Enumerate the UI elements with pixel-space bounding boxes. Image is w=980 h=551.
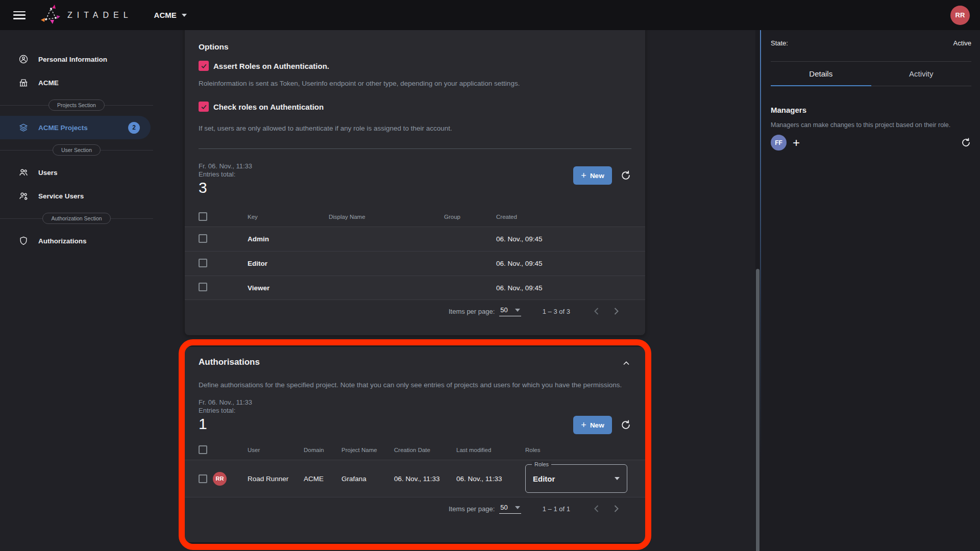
- page-range: 1 – 1 of 1: [543, 505, 570, 513]
- add-manager-button[interactable]: +: [793, 137, 800, 149]
- auth-entries-total: 1: [199, 415, 631, 433]
- org-name: ACME: [154, 11, 177, 19]
- next-page-icon[interactable]: [610, 305, 622, 317]
- auth-table-header: User Domain Project Name Creation Date L…: [185, 440, 645, 460]
- role-row-viewer[interactable]: Viewer 06. Nov., 09:45: [185, 276, 645, 300]
- check-roles-checkbox[interactable]: [199, 102, 209, 112]
- col-group: Group: [444, 214, 496, 220]
- col-key: Key: [248, 214, 329, 220]
- brand[interactable]: ZITADEL: [40, 4, 133, 26]
- zitadel-console: ZITADEL ACME RR Personal Information ACM…: [0, 0, 980, 551]
- check-roles-label: Check roles on Authentication: [213, 103, 324, 111]
- section-divider-user: User Section: [0, 144, 153, 156]
- col-roles: Roles: [525, 447, 631, 453]
- users-icon: [18, 167, 29, 178]
- user-row-avatar: RR: [213, 472, 227, 486]
- col-creation-date: Creation Date: [394, 447, 456, 453]
- org-switcher[interactable]: ACME: [154, 11, 187, 19]
- collapse-section-button[interactable]: [621, 358, 631, 368]
- tab-activity[interactable]: Activity: [871, 62, 972, 86]
- role-row-editor[interactable]: Editor 06. Nov., 09:45: [185, 251, 645, 276]
- state-value: Active: [953, 39, 971, 47]
- select-all-checkbox[interactable]: [199, 212, 207, 221]
- roles-select[interactable]: Roles Editor: [525, 464, 627, 493]
- roles-entries-total: 3: [199, 179, 631, 197]
- sidebar-item-organization[interactable]: ACME: [0, 71, 153, 94]
- previous-page-icon[interactable]: [591, 503, 603, 515]
- row-checkbox[interactable]: [199, 474, 207, 483]
- refresh-managers-button[interactable]: [961, 137, 971, 148]
- managers-title: Managers: [771, 106, 971, 114]
- refresh-icon: [961, 137, 971, 148]
- col-last-modified: Last modified: [456, 447, 525, 453]
- cell-created: 06. Nov., 11:33: [394, 475, 456, 483]
- col-project-name: Project Name: [341, 447, 394, 453]
- layers-icon: [18, 122, 29, 133]
- cell-domain: ACME: [304, 475, 341, 483]
- row-checkbox[interactable]: [199, 234, 207, 243]
- col-user: User: [248, 447, 304, 453]
- cell-modified: 06. Nov., 11:33: [456, 475, 525, 483]
- check-roles-row: Check roles on Authentication: [199, 102, 631, 112]
- col-display-name: Display Name: [329, 214, 444, 220]
- panel-tabs: Details Activity: [771, 62, 971, 86]
- project-roles-card: Options Assert Roles on Authentication. …: [185, 20, 645, 335]
- refresh-roles-button[interactable]: [620, 170, 631, 181]
- authorisations-title: Authorisations: [199, 347, 631, 367]
- new-authorisation-button[interactable]: + New: [573, 416, 612, 434]
- projects-count-badge: 2: [128, 122, 140, 134]
- main-content: Options Assert Roles on Authentication. …: [153, 30, 755, 551]
- role-row-admin[interactable]: Admin 06. Nov., 09:45: [185, 227, 645, 251]
- sidebar-item-personal-information[interactable]: Personal Information: [0, 47, 153, 71]
- refresh-icon: [620, 170, 631, 181]
- scrollbar-track[interactable]: [755, 30, 760, 551]
- assert-roles-checkbox[interactable]: [199, 61, 209, 71]
- items-per-page-select[interactable]: 50: [499, 306, 521, 316]
- chevron-down-icon: [515, 309, 520, 312]
- user-avatar[interactable]: RR: [950, 6, 970, 25]
- auth-timestamp: Fr. 06. Nov., 11:33: [199, 398, 631, 407]
- row-checkbox[interactable]: [199, 259, 207, 267]
- person-icon: [18, 54, 29, 64]
- menu-icon[interactable]: [13, 11, 26, 19]
- authorisations-card: Authorisations Define authorisations for…: [185, 347, 645, 542]
- auth-paginator: Items per page: 50 1 – 1 of 1: [199, 497, 631, 520]
- select-all-checkbox[interactable]: [199, 445, 207, 454]
- auth-entries-label: Entries total:: [199, 407, 631, 415]
- section-divider-authorization: Authorization Section: [0, 213, 153, 224]
- divider: [199, 148, 631, 149]
- previous-page-icon[interactable]: [591, 305, 603, 317]
- chevron-down-icon: [182, 14, 187, 17]
- col-created: Created: [496, 214, 631, 220]
- chevron-down-icon: [615, 477, 620, 480]
- authorisation-row[interactable]: RR Road Runner ACME Grafana 06. Nov., 11…: [185, 460, 645, 497]
- sidebar-item-users[interactable]: Users: [0, 161, 153, 184]
- cell-user: Road Runner: [248, 475, 304, 483]
- row-checkbox[interactable]: [199, 283, 207, 291]
- refresh-authorisations-button[interactable]: [620, 419, 631, 431]
- items-per-page-select[interactable]: 50: [499, 504, 521, 514]
- sidebar-item-acme-projects[interactable]: ACME Projects 2: [0, 116, 151, 139]
- cell-project: Grafana: [341, 475, 394, 483]
- assert-roles-row: Assert Roles on Authentication.: [199, 61, 631, 71]
- roles-paginator: Items per page: 50 1 – 3 of 3: [199, 300, 631, 322]
- service-users-icon: [18, 191, 29, 201]
- tab-details[interactable]: Details: [771, 62, 871, 86]
- brand-wordmark: ZITADEL: [67, 11, 133, 20]
- sidebar-item-authorizations[interactable]: Authorizations: [0, 229, 153, 253]
- items-per-page-label: Items per page:: [449, 505, 495, 513]
- check-roles-description: If set, users are only allowed to authen…: [199, 124, 631, 133]
- scrollbar-thumb[interactable]: [756, 269, 760, 551]
- manager-avatar[interactable]: FF: [771, 135, 787, 151]
- state-label: State:: [771, 39, 788, 47]
- detail-panel: State: Active Details Activity Managers …: [760, 30, 980, 551]
- section-divider-projects: Projects Section: [0, 99, 153, 111]
- topbar: ZITADEL ACME RR: [0, 0, 980, 30]
- chevron-up-icon: [621, 358, 631, 368]
- organization-icon: [18, 78, 29, 88]
- next-page-icon[interactable]: [610, 503, 622, 515]
- page-range: 1 – 3 of 3: [543, 308, 570, 315]
- sidebar-item-service-users[interactable]: Service Users: [0, 184, 153, 208]
- new-role-button[interactable]: + New: [573, 166, 612, 185]
- items-per-page-label: Items per page:: [449, 308, 495, 315]
